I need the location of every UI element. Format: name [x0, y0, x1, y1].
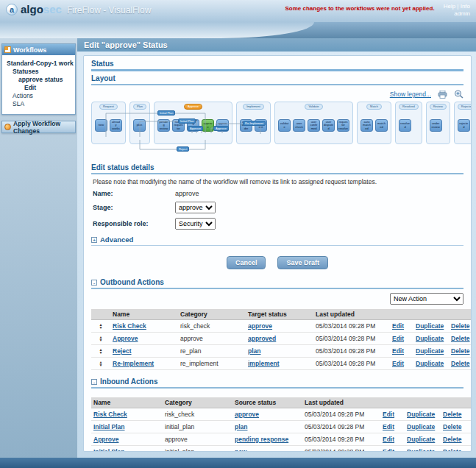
tree-item-actions[interactable]: Actions	[4, 92, 74, 100]
help-link[interactable]: Help	[444, 3, 455, 10]
stage-group-plan: Planplan	[129, 102, 150, 144]
new-action-select[interactable]: New Action	[390, 293, 463, 305]
row-action-delete-link[interactable]: Delete	[443, 448, 462, 452]
status-box-requestor-resolve[interactable]: requestor resolve	[337, 119, 349, 132]
row-action-edit-link[interactable]: Edit	[383, 436, 394, 443]
row-action-edit-link[interactable]: Edit	[383, 411, 394, 418]
row-action-delete: Delete	[449, 320, 472, 333]
rename-note: Please note that modifying the name of t…	[93, 178, 463, 185]
row-action-edit-link[interactable]: Edit	[392, 335, 404, 342]
show-legend-link[interactable]: Show legend...	[390, 91, 431, 98]
tree-item-approve-status[interactable]: approve status	[4, 76, 74, 84]
row-action-duplicate-link[interactable]: Duplicate	[416, 335, 444, 342]
inbound-collapse-icon[interactable]: -	[91, 379, 97, 385]
action-status-link[interactable]: approve	[235, 411, 259, 418]
row-action-edit-link[interactable]: Edit	[392, 360, 404, 367]
row-action-edit-link[interactable]: Edit	[392, 347, 404, 355]
account-links: Help | Info admin	[444, 3, 470, 18]
column-header-name: Name	[110, 309, 178, 320]
print-icon[interactable]	[438, 91, 447, 99]
status-box-auto-matched[interactable]: auto matched	[360, 119, 373, 132]
action-name-link[interactable]: Approve	[113, 335, 138, 342]
cancel-button[interactable]: Cancel	[227, 256, 266, 269]
row-action-delete-link[interactable]: Delete	[443, 436, 462, 443]
row-action-delete-link[interactable]: Delete	[451, 360, 470, 367]
advanced-label[interactable]: Advanced	[100, 235, 133, 244]
action-status-link[interactable]: plan	[248, 347, 260, 355]
action-last-updated: 05/03/2014 09:28 PM	[302, 408, 380, 421]
row-action-duplicate-link[interactable]: Duplicate	[416, 347, 444, 355]
status-box-rejected[interactable]: rejected	[458, 119, 470, 132]
row-action-delete-link[interactable]: Delete	[443, 423, 462, 430]
tree-item-standard-copy-1-workflow[interactable]: Standard-Copy-1 workflow	[4, 60, 74, 68]
row-action-duplicate-link[interactable]: Duplicate	[416, 322, 444, 330]
status-box-resolved[interactable]: resolved	[399, 119, 411, 132]
role-label: Responsible role:	[93, 220, 175, 227]
row-action-edit-link[interactable]: Edit	[392, 322, 404, 330]
drag-handle-icon[interactable]: ▲▼	[91, 345, 110, 358]
action-status-link[interactable]: plan	[235, 423, 247, 430]
stage-select[interactable]: approve	[175, 202, 216, 213]
status-box-approve[interactable]: approve	[202, 119, 214, 132]
action-name-link[interactable]: Initial Plan	[93, 423, 125, 430]
action-name-link[interactable]: Initial Plan	[93, 448, 125, 452]
status-box-user-disputed[interactable]: user disputed	[322, 119, 335, 132]
stage-label-match: Match	[366, 104, 382, 110]
status-box-user-check[interactable]: user check	[293, 119, 305, 132]
layout-divider	[91, 84, 463, 85]
row-action-duplicate-link[interactable]: Duplicate	[407, 448, 435, 452]
actions-column-header	[413, 309, 449, 320]
status-divider	[91, 69, 463, 71]
action-name-link[interactable]: Risk Check	[93, 411, 127, 418]
action-name-link[interactable]: Re-Implement	[113, 360, 154, 367]
app-header: a algosec FireFlow - VisualFlow Some cha…	[0, 0, 476, 22]
row-action-edit-link[interactable]: Edit	[383, 448, 394, 452]
drag-handle-icon[interactable]: ▲▼	[91, 358, 110, 370]
status-box-plan[interactable]: plan	[133, 119, 146, 132]
status-box-new[interactable]: new	[95, 119, 107, 132]
status-box-pending-review[interactable]: pending review	[157, 119, 170, 132]
action-status-link[interactable]: implement	[248, 360, 280, 367]
action-status-link[interactable]: approved	[248, 335, 276, 342]
row-action-duplicate-link[interactable]: Duplicate	[416, 360, 444, 367]
link-divider: |	[457, 3, 458, 10]
action-status-link[interactable]: approve	[248, 322, 272, 330]
advanced-divider	[91, 245, 463, 246]
apply-workflow-changes-button[interactable]: Apply Workflow Changes	[1, 121, 76, 133]
status-box-already-works[interactable]: already works	[110, 119, 122, 132]
row-action-duplicate: Duplicate	[413, 333, 449, 345]
status-box-user-confirmed[interactable]: user confirmed	[308, 119, 320, 132]
row-action-duplicate-link[interactable]: Duplicate	[407, 411, 435, 418]
info-link[interactable]: Info	[461, 3, 470, 10]
row-action-delete-link[interactable]: Delete	[451, 335, 470, 342]
row-action-duplicate-link[interactable]: Duplicate	[407, 436, 435, 443]
action-status-link[interactable]: new	[235, 448, 247, 452]
drag-handle-icon[interactable]: ▲▼	[91, 320, 110, 333]
action-name-link[interactable]: Risk Check	[113, 322, 146, 330]
responsible-role-select[interactable]: Security	[175, 218, 216, 230]
row-action-delete-link[interactable]: Delete	[443, 411, 462, 418]
column-header-category: Category	[163, 397, 232, 408]
action-status: pending response	[232, 433, 302, 446]
row-action-duplicate-link[interactable]: Duplicate	[407, 423, 435, 430]
action-category: initial_plan	[163, 446, 232, 453]
zoom-icon[interactable]	[454, 90, 463, 99]
drag-handle-icon[interactable]: ▲▼	[91, 333, 110, 345]
status-box-under-review[interactable]: under review	[430, 119, 442, 132]
row-action-edit-link[interactable]: Edit	[383, 423, 394, 430]
save-draft-button[interactable]: Save Draft	[277, 256, 328, 269]
tree-item-sla[interactable]: SLA	[4, 100, 74, 108]
action-name-link[interactable]: Reject	[113, 347, 132, 355]
advanced-expand-icon[interactable]: +	[91, 237, 97, 243]
status-box-validate[interactable]: validate	[278, 119, 291, 132]
row-action-delete-link[interactable]: Delete	[451, 322, 470, 330]
tree-item-edit[interactable]: Edit	[4, 84, 74, 92]
row-action-delete: Delete	[441, 408, 471, 421]
action-status-link[interactable]: pending response	[235, 436, 288, 443]
row-action-delete-link[interactable]: Delete	[451, 347, 470, 355]
tree-item-statuses[interactable]: Statuses	[4, 68, 74, 76]
stage-label-rejected: Rejected	[458, 104, 472, 110]
status-box-matched[interactable]: matched	[375, 119, 388, 132]
action-name-link[interactable]: Approve	[93, 436, 118, 443]
outbound-collapse-icon[interactable]: -	[91, 280, 97, 286]
